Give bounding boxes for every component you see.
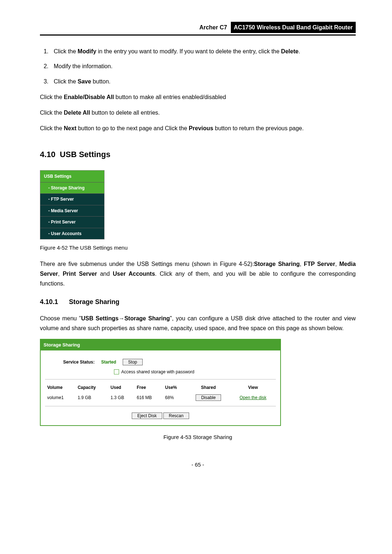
col-capacity: Capacity [75,382,109,393]
figure-4-53-caption: Figure 4-53 Storage Sharing [40,432,356,442]
next-previous-note: Click the Next button to go to the next … [40,123,356,133]
section-4-10-heading: 4.10USB Settings [40,148,356,161]
subsection-4-10-1-heading: 4.10.1Storage Sharing [40,296,356,308]
modify-steps: Click the Modify in the entry you want t… [40,46,356,86]
delete-all-note: Click the Delete All button to delete al… [40,108,356,118]
password-checkbox-label: Access shared storage with password [121,368,194,376]
arrow-icon: → [119,315,124,321]
doc-header: Archer C7 AC1750 Wireless Dual Band Giga… [40,22,356,36]
col-shared: Shared [187,382,230,393]
col-usepct: Use% [163,382,187,393]
page-number: - 65 - [40,460,356,469]
divider [45,379,276,379]
col-view: View [230,382,276,393]
menu-header: USB Settings [40,171,104,182]
usb-settings-menu: USB Settings - Storage Sharing - FTP Ser… [40,170,105,239]
figure-4-52-caption: Figure 4-52 The USB Settings menu [40,243,356,253]
menu-item-user-accounts[interactable]: - User Accounts [40,228,104,239]
service-status-value: Started [101,358,116,366]
menu-item-print-server[interactable]: - Print Server [40,216,104,227]
divider [45,406,276,406]
stop-button[interactable]: Stop [123,359,143,365]
col-free: Free [135,382,163,393]
rescan-button[interactable]: Rescan [163,413,189,419]
disable-button[interactable]: Disable [196,394,221,401]
submenus-paragraph: There are five submenus under the USB Se… [40,259,356,289]
panel-footer: Eject Disk Rescan [45,409,276,423]
col-used: Used [109,382,135,393]
choose-menu-paragraph: Choose menu "USB Settings→Storage Sharin… [40,313,356,333]
col-volume: Volume [45,382,75,393]
panel-title: Storage Sharing [41,340,280,350]
eject-disk-button[interactable]: Eject Disk [132,413,162,419]
step-2: Modify the information. [50,61,356,71]
menu-item-storage-sharing[interactable]: - Storage Sharing [40,182,104,193]
step-3: Click the Save button. [50,77,356,86]
enable-disable-note: Click the Enable/Disable All button to m… [40,92,356,102]
cell-capacity: 1.9 GB [75,393,109,403]
table-row: volume1 1.9 GB 1.3 GB 616 MB 68% Disable… [45,393,276,403]
service-status-row: Service Status: Started Stop [63,358,276,366]
menu-item-ftp-server[interactable]: - FTP Server [40,193,104,205]
service-status-label: Service Status: [63,358,95,366]
cell-used: 1.3 GB [109,393,135,403]
step-1: Click the Modify in the entry you want t… [50,46,356,56]
model-name: Archer C7 [199,22,229,32]
cell-free: 616 MB [135,393,163,403]
cell-usepct: 68% [163,393,187,403]
volume-table: Volume Capacity Used Free Use% Shared Vi… [45,382,276,403]
product-title: AC1750 Wireless Dual Band Gigabit Router [231,22,356,33]
cell-volume: volume1 [45,393,75,403]
menu-item-media-server[interactable]: - Media Server [40,205,104,216]
open-disk-link[interactable]: Open the disk [240,395,266,400]
password-checkbox-row: Access shared storage with password [114,368,276,376]
storage-sharing-panel: Storage Sharing Service Status: Started … [40,339,281,426]
password-checkbox[interactable] [114,369,119,374]
table-header-row: Volume Capacity Used Free Use% Shared Vi… [45,382,276,393]
